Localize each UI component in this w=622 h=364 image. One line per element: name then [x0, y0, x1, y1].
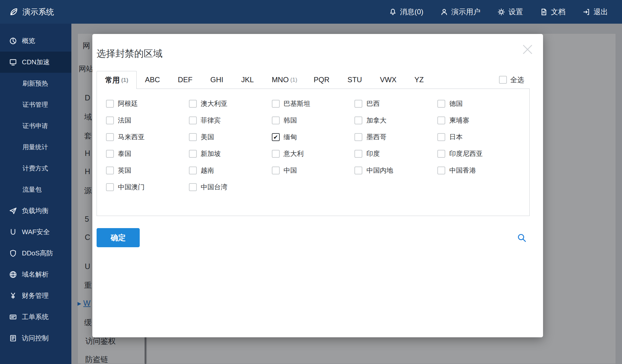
- region-option[interactable]: ✔ 中国台湾: [189, 183, 272, 192]
- modal-title: 选择封禁的区域: [97, 34, 530, 60]
- region-option[interactable]: ✔ 加拿大: [354, 116, 437, 125]
- select-all-checkbox[interactable]: ✔ 全选: [499, 75, 530, 85]
- region-option[interactable]: ✔ 澳大利亚: [189, 99, 272, 108]
- checkbox[interactable]: ✔: [354, 150, 362, 158]
- cdn-icon: [9, 58, 17, 66]
- region-option[interactable]: ✔ 菲律宾: [189, 116, 272, 125]
- checkbox[interactable]: ✔: [272, 133, 280, 141]
- checkbox[interactable]: ✔: [189, 150, 197, 158]
- sidebar-item[interactable]: 财务管理: [0, 285, 71, 306]
- region-option[interactable]: ✔ 巴西: [354, 99, 437, 108]
- leaf-logo-icon: [9, 7, 18, 16]
- tab[interactable]: VWX: [372, 71, 406, 89]
- region-option[interactable]: ✔ 新加坡: [189, 149, 272, 158]
- search-icon[interactable]: [516, 232, 528, 244]
- tab[interactable]: JKL: [233, 71, 263, 89]
- checkbox[interactable]: ✔: [437, 150, 445, 158]
- checkbox[interactable]: ✔: [106, 133, 114, 141]
- region-option[interactable]: ✔ 中国内地: [354, 166, 437, 175]
- region-option[interactable]: ✔ 意大利: [272, 149, 355, 158]
- sidebar-item[interactable]: 刷新预热: [0, 73, 71, 94]
- checkbox[interactable]: ✔: [272, 167, 280, 174]
- region-option[interactable]: ✔ 美国: [189, 133, 272, 142]
- navbar-item[interactable]: 设置: [497, 7, 523, 17]
- yen-icon: [9, 292, 17, 300]
- checkbox[interactable]: ✔: [106, 100, 114, 108]
- sidebar-item[interactable]: DDoS高防: [0, 243, 71, 264]
- navbar-item[interactable]: 演示用户: [440, 7, 480, 17]
- region-option[interactable]: ✔ 印度尼西亚: [437, 149, 520, 158]
- region-panel: ✔ 阿根廷 ✔ 澳大利亚 ✔ 巴基斯坦: [97, 89, 530, 216]
- sidebar-item[interactable]: 证书管理: [0, 94, 71, 115]
- checkbox[interactable]: ✔: [437, 116, 445, 124]
- checkbox[interactable]: ✔: [272, 116, 280, 124]
- ticket-icon: [9, 313, 17, 321]
- tab[interactable]: ABC: [137, 71, 169, 89]
- checkbox[interactable]: ✔: [499, 76, 507, 84]
- sidebar-item[interactable]: 概览: [0, 30, 71, 52]
- plane-icon: [9, 207, 17, 215]
- checkbox[interactable]: ✔: [106, 167, 114, 174]
- region-option[interactable]: ✔ 中国澳门: [106, 183, 189, 192]
- region-option[interactable]: ✔ 印度: [354, 149, 437, 158]
- region-option[interactable]: ✔ 越南: [189, 166, 272, 175]
- checkbox[interactable]: ✔: [106, 183, 114, 191]
- brand[interactable]: 演示系统: [0, 7, 54, 17]
- sidebar-item[interactable]: 负载均衡: [0, 200, 71, 221]
- shield-icon: [9, 249, 17, 257]
- checkbox[interactable]: ✔: [106, 116, 114, 124]
- region-option[interactable]: ✔ 中国香港: [437, 166, 520, 175]
- tab[interactable]: MNO (1): [264, 71, 306, 89]
- tab[interactable]: STU: [339, 71, 372, 89]
- sidebar-item[interactable]: 访问控制: [0, 328, 71, 349]
- region-option[interactable]: ✔ 巴基斯坦: [272, 99, 355, 108]
- region-option[interactable]: ✔ 英国: [106, 166, 189, 175]
- sidebar-item[interactable]: 工单系统: [0, 306, 71, 328]
- checkbox[interactable]: ✔: [189, 133, 197, 141]
- checkbox[interactable]: ✔: [354, 116, 362, 124]
- close-icon[interactable]: [520, 42, 535, 57]
- tab[interactable]: DEF: [170, 71, 202, 89]
- sidebar-item[interactable]: 域名解析: [0, 264, 71, 285]
- bell-icon: [389, 8, 397, 16]
- region-option[interactable]: ✔ 墨西哥: [354, 133, 437, 142]
- sidebar-item[interactable]: 流量包: [0, 179, 71, 200]
- region-option[interactable]: ✔ 缅甸: [272, 133, 355, 142]
- region-option[interactable]: ✔ 柬埔寨: [437, 116, 520, 125]
- checkbox[interactable]: ✔: [437, 100, 445, 108]
- navbar-item[interactable]: 退出: [583, 7, 608, 17]
- checkbox[interactable]: ✔: [272, 150, 280, 158]
- navbar-item[interactable]: 文档: [540, 7, 566, 17]
- checkbox[interactable]: ✔: [106, 150, 114, 158]
- region-option[interactable]: ✔ 日本: [437, 133, 520, 142]
- sidebar-item[interactable]: 用量统计: [0, 136, 71, 158]
- region-option[interactable]: ✔ 法国: [106, 116, 189, 125]
- checkbox[interactable]: ✔: [437, 133, 445, 141]
- sidebar-item[interactable]: 证书申请: [0, 115, 71, 136]
- region-option[interactable]: ✔ 马来西亚: [106, 133, 189, 142]
- region-option[interactable]: ✔ 中国: [272, 166, 355, 175]
- region-option[interactable]: ✔ 阿根廷: [106, 99, 189, 108]
- checkbox[interactable]: ✔: [354, 167, 362, 174]
- sidebar-item[interactable]: CDN加速: [0, 52, 71, 73]
- region-option[interactable]: ✔ 德国: [437, 99, 520, 108]
- region-option[interactable]: ✔ 泰国: [106, 149, 189, 158]
- tab[interactable]: 常用 (1): [97, 71, 137, 89]
- sidebar-item[interactable]: 计费方式: [0, 158, 71, 179]
- region-option[interactable]: ✔ 韩国: [272, 116, 355, 125]
- checkbox[interactable]: ✔: [354, 100, 362, 108]
- checkbox[interactable]: ✔: [189, 167, 197, 174]
- tab[interactable]: GHI: [202, 71, 233, 89]
- sidebar-item[interactable]: WAF安全: [0, 221, 71, 243]
- navbar-item[interactable]: 消息(0): [389, 7, 423, 17]
- checkbox[interactable]: ✔: [189, 116, 197, 124]
- checkbox[interactable]: ✔: [189, 100, 197, 108]
- checkbox[interactable]: ✔: [272, 100, 280, 108]
- checkbox[interactable]: ✔: [437, 167, 445, 174]
- checkbox[interactable]: ✔: [354, 133, 362, 141]
- tab[interactable]: PQR: [306, 71, 339, 89]
- checkbox[interactable]: ✔: [189, 183, 197, 191]
- tab[interactable]: YZ: [406, 71, 434, 89]
- logout-icon: [583, 8, 590, 16]
- confirm-button[interactable]: 确定: [97, 228, 140, 247]
